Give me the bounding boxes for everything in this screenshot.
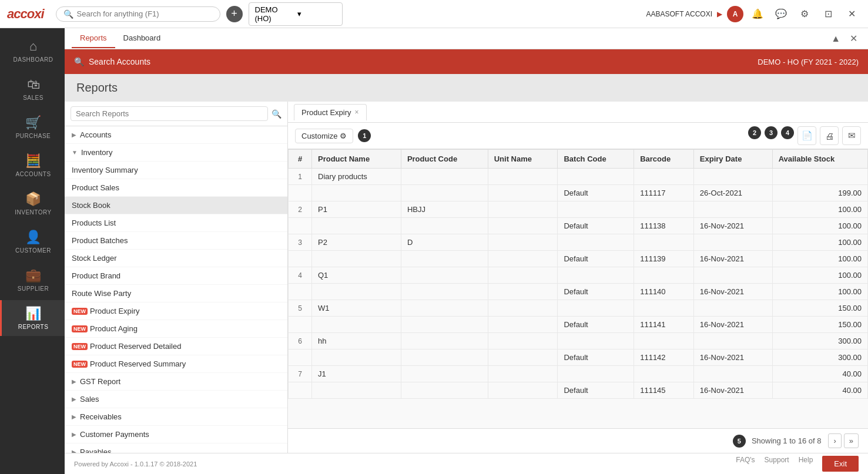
- nav-item-receivables[interactable]: ▶ Receivables: [65, 408, 287, 426]
- cell-num: 5: [289, 300, 312, 317]
- reports-search-input[interactable]: [71, 106, 268, 121]
- sidebar-item-inventory[interactable]: 📦 INVENTORY: [0, 186, 65, 221]
- nav-item-product-brand[interactable]: Product Brand: [65, 267, 287, 285]
- col-available-stock: Available Stock: [772, 150, 867, 169]
- close-tab-button[interactable]: ✕: [846, 32, 861, 45]
- faq-link[interactable]: FAQ's: [736, 456, 755, 472]
- cell-batch-code: Default: [558, 284, 634, 300]
- cell-num: [289, 218, 312, 234]
- nav-item-products-list[interactable]: Products List: [65, 214, 287, 232]
- cell-product-name: Q1: [312, 267, 401, 284]
- last-page-button[interactable]: »: [844, 433, 859, 448]
- cell-unit-name: [488, 169, 558, 185]
- table-row: Default11114016-Nov-2021100.00: [289, 284, 868, 300]
- nav-item-inventory[interactable]: ▼ Inventory: [65, 144, 287, 162]
- print-button[interactable]: 🖨: [820, 126, 839, 145]
- help-link[interactable]: Help: [799, 456, 813, 472]
- nav-item-stock-book[interactable]: Stock Book: [65, 197, 287, 214]
- nav-item-customer-payments[interactable]: ▶ Customer Payments: [65, 426, 287, 443]
- search-icon: 🔍: [63, 9, 73, 19]
- sidebar-item-accounts[interactable]: 🧮 ACCOUNTS: [0, 147, 65, 183]
- nav-item-product-expiry[interactable]: NEW Product Expiry: [65, 302, 287, 320]
- nav-item-product-batches[interactable]: Product Batches: [65, 232, 287, 250]
- tab-reports[interactable]: Reports: [72, 29, 115, 48]
- collapse-tab-button[interactable]: ▲: [827, 32, 844, 45]
- sidebar: ⌂ DASHBOARD 🛍 SALES 🛒 PURCHASE 🧮 ACCOUNT…: [0, 28, 65, 474]
- close-window-button[interactable]: ✕: [842, 5, 861, 23]
- report-toolbar: Customize ⚙ 1 2 3 4 📄 🖨 ✉: [288, 123, 868, 149]
- reports-search-button[interactable]: 🔍: [272, 109, 281, 119]
- window-button[interactable]: ⊡: [819, 5, 837, 23]
- global-search-bar[interactable]: 🔍: [56, 6, 220, 22]
- report-table-wrap: # Product Name Product Code Unit Name Ba…: [288, 149, 868, 428]
- cell-product-code: [401, 185, 488, 201]
- support-link[interactable]: Support: [765, 456, 789, 472]
- nav-label-product-batches: Product Batches: [72, 236, 128, 245]
- sidebar-item-dashboard[interactable]: ⌂ DASHBOARD: [0, 33, 65, 69]
- add-button[interactable]: +: [226, 6, 243, 22]
- reports-body: 🔍 ▶ Accounts ▼ Inventory Inventory Summa…: [65, 102, 868, 453]
- table-row: 2P1HBJJ100.00: [289, 201, 868, 218]
- inventory-icon: 📦: [25, 191, 41, 207]
- report-tab-product-expiry[interactable]: Product Expiry ×: [294, 104, 367, 120]
- cell-expiry-date: 16-Nov-2021: [693, 349, 772, 366]
- cell-batch-code: [558, 333, 634, 349]
- sidebar-item-customer[interactable]: 👤 CUSTOMER: [0, 224, 65, 260]
- nav-item-stock-ledger[interactable]: Stock Ledger: [65, 250, 287, 267]
- cell-barcode: [634, 366, 694, 382]
- nav-item-payables[interactable]: ▶ Payables: [65, 443, 287, 453]
- sidebar-item-sales[interactable]: 🛍 SALES: [0, 71, 65, 107]
- nav-item-inventory-summary[interactable]: Inventory Summary: [65, 162, 287, 179]
- accounts-icon: 🧮: [25, 153, 41, 169]
- messages-button[interactable]: 💬: [772, 5, 790, 23]
- nav-item-sales[interactable]: ▶ Sales: [65, 391, 287, 408]
- cell-batch-code: Default: [558, 218, 634, 234]
- nav-label-product-reserved-detailed: Product Reserved Detailed: [90, 342, 181, 351]
- global-search-input[interactable]: [77, 9, 206, 18]
- nav-item-gst-report[interactable]: ▶ GST Report: [65, 373, 287, 391]
- cell-expiry-date: [693, 267, 772, 284]
- cell-barcode: 111141: [634, 317, 694, 333]
- settings-button[interactable]: ⚙: [795, 5, 814, 23]
- cell-product-code: [401, 218, 488, 234]
- reports-header: 🔍 Search Accounts DEMO - HO (FY 2021 - 2…: [65, 49, 868, 74]
- next-page-button[interactable]: ›: [828, 433, 841, 448]
- notifications-button[interactable]: 🔔: [748, 5, 767, 23]
- tab-dashboard[interactable]: Dashboard: [115, 29, 169, 48]
- customize-button[interactable]: Customize ⚙: [295, 129, 353, 143]
- nav-item-product-sales[interactable]: Product Sales: [65, 179, 287, 197]
- nav-item-product-aging[interactable]: NEW Product Aging: [65, 320, 287, 338]
- nav-item-accounts[interactable]: ▶ Accounts: [65, 126, 287, 144]
- nav-item-product-reserved-detailed[interactable]: NEW Product Reserved Detailed: [65, 338, 287, 355]
- sidebar-label-accounts: ACCOUNTS: [15, 171, 51, 177]
- cell-available-stock: 100.00: [772, 201, 867, 218]
- user-avatar[interactable]: A: [727, 6, 743, 22]
- table-header-row: # Product Name Product Code Unit Name Ba…: [289, 150, 868, 169]
- cell-unit-name: [488, 366, 558, 382]
- company-info: DEMO - HO (FY 2021 - 2022): [758, 58, 859, 66]
- sales-icon: 🛍: [27, 77, 40, 92]
- cell-barcode: [634, 234, 694, 251]
- col-product-code: Product Code: [401, 150, 488, 169]
- sidebar-item-purchase[interactable]: 🛒 PURCHASE: [0, 109, 65, 145]
- arrow-right-icon: ▶: [72, 132, 76, 138]
- nav-item-product-reserved-summary[interactable]: NEW Product Reserved Summary: [65, 355, 287, 373]
- sidebar-item-supplier[interactable]: 💼 SUPPLIER: [0, 262, 65, 298]
- cell-expiry-date: 16-Nov-2021: [693, 218, 772, 234]
- nav-item-route-wise-party[interactable]: Route Wise Party: [65, 285, 287, 302]
- cell-product-name: [312, 284, 401, 300]
- close-report-tab-button[interactable]: ×: [355, 108, 359, 116]
- cell-available-stock: 40.00: [772, 382, 867, 399]
- cell-unit-name: [488, 300, 558, 317]
- nav-label-inventory: Inventory: [81, 148, 112, 157]
- cell-available-stock: 150.00: [772, 317, 867, 333]
- download-pdf-button[interactable]: 📄: [797, 126, 816, 145]
- sidebar-item-reports[interactable]: 📊 REPORTS: [0, 300, 65, 336]
- workspace-selector[interactable]: DEMO (HO) ▾: [249, 2, 343, 26]
- cell-barcode: 111117: [634, 185, 694, 201]
- nav-label-stock-book: Stock Book: [72, 201, 110, 210]
- exit-button[interactable]: Exit: [822, 456, 859, 472]
- email-button[interactable]: ✉: [842, 126, 861, 145]
- chevron-right-icon: ▶: [717, 10, 722, 18]
- cell-batch-code: [558, 169, 634, 185]
